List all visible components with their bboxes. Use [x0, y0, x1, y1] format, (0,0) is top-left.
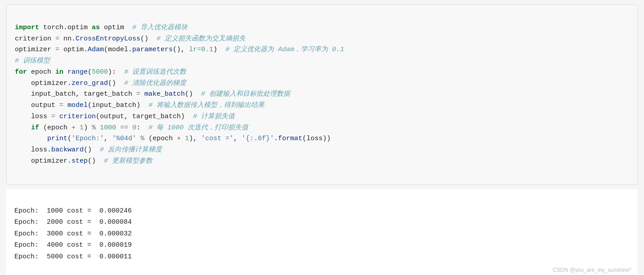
keyword-in: in — [55, 68, 63, 76]
comment-2: # 定义损失函数为交叉熵损失 — [157, 35, 246, 43]
comment-7: # 将输入数据传入模型，得到输出结果 — [148, 102, 264, 109]
keyword-for: for — [15, 68, 27, 76]
watermark: CSDN @you_are_my_sunshine* — [553, 266, 631, 275]
code-block-container: import torch.optim as optim # 导入优化器模块 cr… — [6, 4, 638, 185]
comment-11: # 更新模型参数 — [104, 157, 152, 165]
keyword-print: print — [47, 135, 67, 142]
keyword-as: as — [92, 24, 100, 31]
output-line-1: Epoch: 1000 cost = 0.000246 Epoch: 2000 … — [14, 207, 132, 261]
keyword-if: if — [31, 124, 39, 132]
keyword-import: import — [15, 24, 39, 31]
comment-train: # 训练模型 — [15, 57, 50, 65]
comment-4: # 设置训练迭代次数 — [124, 68, 186, 76]
output-block: Epoch: 1000 cost = 0.000246 Epoch: 2000 … — [6, 189, 638, 275]
code-content: import torch.optim as optim # 导入优化器模块 cr… — [15, 11, 629, 178]
comment-3: # 定义优化器为 Adam，学习率为 0.1 — [225, 46, 344, 53]
comment-5: # 清除优化器的梯度 — [124, 80, 186, 87]
comment-9: # 每 1000 次迭代，打印损失值 — [148, 124, 248, 132]
comment-10: # 反向传播计算梯度 — [100, 146, 162, 154]
comment-8: # 计算损失值 — [193, 113, 235, 120]
comment-6: # 创建输入和目标批处理数据 — [201, 90, 290, 98]
comment-1: # 导入优化器模块 — [132, 24, 188, 31]
